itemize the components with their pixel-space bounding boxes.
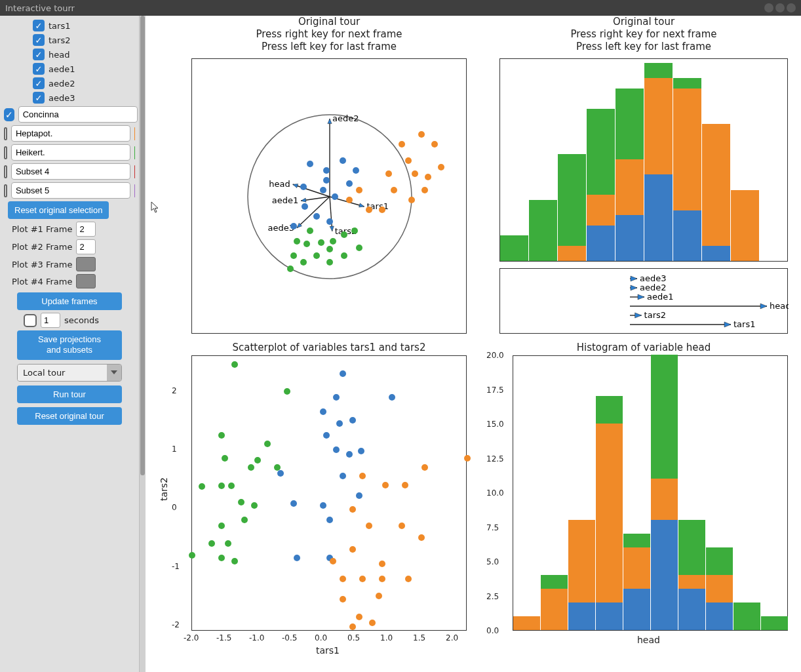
window-controls xyxy=(764,3,796,12)
reset-selection-button[interactable]: Reset original selection xyxy=(8,201,109,219)
svg-marker-72 xyxy=(760,304,767,309)
sidebar: tars1 tars2 head aede1 aede2 aede3 xyxy=(0,16,139,672)
svg-marker-63 xyxy=(631,276,637,281)
run-tour-button[interactable]: Run tour xyxy=(17,385,122,403)
plot1-tour-biplot[interactable]: tars1tars2headaede1aede2aede3 xyxy=(191,58,467,334)
subset-checkbox-subset4[interactable] xyxy=(4,165,7,178)
window-title: Interactive tourr xyxy=(5,3,764,13)
svg-marker-2 xyxy=(359,203,364,207)
plot4-xlabel: head xyxy=(637,635,660,645)
svg-marker-78 xyxy=(724,322,731,327)
subset-checkbox-concinna[interactable] xyxy=(4,108,14,121)
frame-label: Plot #2 Frame xyxy=(12,242,72,252)
color-swatch-red[interactable] xyxy=(134,165,135,178)
svg-point-50 xyxy=(330,238,336,245)
color-swatch-green[interactable] xyxy=(134,146,135,159)
reset-tour-button[interactable]: Reset original tour xyxy=(17,407,122,425)
subset-row-subset4 xyxy=(4,163,135,180)
svg-point-44 xyxy=(290,223,297,229)
plot2-tour-hist[interactable] xyxy=(499,58,788,262)
color-swatch-purple[interactable] xyxy=(134,184,135,197)
plot3-ylabel: tars2 xyxy=(159,477,169,501)
svg-point-24 xyxy=(412,170,418,177)
seconds-input[interactable] xyxy=(41,313,60,328)
svg-marker-66 xyxy=(631,285,637,290)
plot2b-tour-axes[interactable]: aede3aede2aede1headtars2tars1 xyxy=(499,268,788,334)
frame-row-3: Plot #3 Frame xyxy=(4,257,135,271)
frame-row-4: Plot #4 Frame xyxy=(4,274,135,288)
update-frames-button[interactable]: Update frames xyxy=(17,292,122,310)
var-checkbox-aede3[interactable] xyxy=(33,92,45,104)
svg-text:aede1: aede1 xyxy=(272,195,299,205)
subset-row-subset5 xyxy=(4,182,135,199)
svg-point-33 xyxy=(366,207,372,213)
frame-label: Plot #4 Frame xyxy=(12,277,72,287)
close-button[interactable] xyxy=(787,3,796,12)
maximize-button[interactable] xyxy=(775,3,785,12)
subset-checkbox-heptapot[interactable] xyxy=(4,127,7,140)
svg-marker-11 xyxy=(301,198,306,202)
frame-input-2[interactable] xyxy=(76,239,96,254)
color-swatch-orange[interactable] xyxy=(134,127,135,140)
var-checkbox-tars1[interactable] xyxy=(33,20,45,31)
var-row-head: head xyxy=(4,49,135,60)
svg-point-61 xyxy=(294,238,300,245)
svg-point-47 xyxy=(290,252,297,259)
tour-type-value: Local tour xyxy=(18,365,107,381)
plot4-title: Histogram of variable head xyxy=(499,342,788,354)
save-projections-button[interactable]: Save projections and subsets xyxy=(17,330,122,360)
var-label: aede3 xyxy=(49,93,75,103)
plot3-title: Scatterplot of variables tars1 and tars2 xyxy=(191,342,467,354)
svg-text:tars1: tars1 xyxy=(733,319,755,329)
subset-input-heikert[interactable] xyxy=(11,144,130,161)
var-checkbox-aede2[interactable] xyxy=(33,77,45,89)
svg-point-59 xyxy=(356,245,362,251)
seconds-row: seconds xyxy=(4,313,135,328)
subset-input-subset5[interactable] xyxy=(11,182,130,199)
svg-point-35 xyxy=(323,167,330,174)
svg-marker-14 xyxy=(328,119,332,123)
frame-row-2: Plot #2 Frame xyxy=(4,239,135,254)
svg-marker-75 xyxy=(635,313,642,318)
scrollbar-thumb[interactable] xyxy=(140,16,145,475)
frame-label: Plot #3 Frame xyxy=(12,260,72,269)
svg-point-25 xyxy=(425,174,431,180)
svg-point-60 xyxy=(307,227,313,234)
svg-point-42 xyxy=(313,213,320,220)
plot1-title: Original tour Press right key for next f… xyxy=(191,16,467,52)
svg-point-23 xyxy=(385,170,392,177)
var-label: aede2 xyxy=(49,79,75,89)
var-row-aede1: aede1 xyxy=(4,63,135,75)
frame-input-1[interactable] xyxy=(76,222,96,237)
svg-point-58 xyxy=(341,252,347,259)
plot-area: Original tour Press right key for next f… xyxy=(146,16,801,672)
var-checkbox-head[interactable] xyxy=(33,49,45,60)
var-checkbox-tars2[interactable] xyxy=(33,34,45,46)
subset-checkbox-heikert[interactable] xyxy=(4,146,7,159)
tour-type-select[interactable]: Local tour xyxy=(17,364,122,382)
frame-label: Plot #1 Frame xyxy=(12,224,72,234)
seconds-checkbox[interactable] xyxy=(24,314,37,327)
svg-marker-69 xyxy=(638,294,644,300)
plot3-scatter[interactable] xyxy=(191,355,467,631)
svg-text:aede3: aede3 xyxy=(640,273,667,283)
minimize-button[interactable] xyxy=(764,3,773,12)
plot4-hist[interactable] xyxy=(513,355,788,631)
sidebar-scrollbar[interactable] xyxy=(139,16,146,672)
svg-text:aede2: aede2 xyxy=(640,283,667,292)
subset-input-subset4[interactable] xyxy=(11,163,130,180)
subset-input-concinna[interactable] xyxy=(18,106,138,123)
subset-row-concinna xyxy=(4,106,135,123)
svg-point-46 xyxy=(346,180,353,187)
plot2-title: Original tour Press right key for next f… xyxy=(499,16,788,52)
frame-input-4 xyxy=(76,274,96,288)
svg-point-49 xyxy=(318,239,324,246)
svg-point-45 xyxy=(323,177,330,184)
var-checkbox-aede1[interactable] xyxy=(33,63,45,75)
subset-input-heptapot[interactable] xyxy=(11,125,130,142)
plot3-xlabel: tars1 xyxy=(316,645,340,656)
subset-checkbox-subset5[interactable] xyxy=(4,184,7,197)
svg-point-36 xyxy=(340,157,346,164)
svg-point-37 xyxy=(353,167,359,174)
subset-row-heptapot xyxy=(4,125,135,142)
